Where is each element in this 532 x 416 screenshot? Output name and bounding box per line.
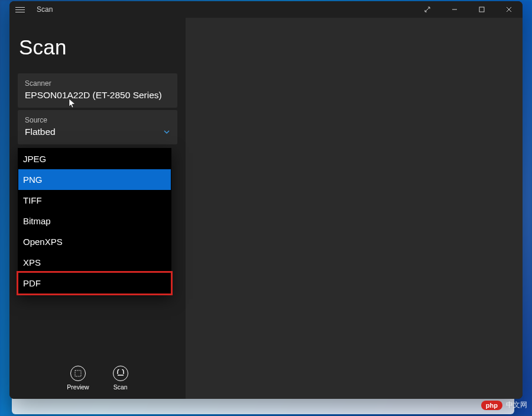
svg-rect-0	[479, 7, 484, 12]
source-field[interactable]: Source Flatbed	[18, 110, 177, 144]
scan-icon	[113, 366, 128, 381]
close-button[interactable]	[495, 1, 523, 18]
titlebar: Scan	[9, 1, 523, 18]
preview-icon	[70, 366, 86, 381]
chevron-down-icon	[163, 128, 170, 136]
scan-preview-area	[186, 18, 523, 399]
watermark-badge: php	[481, 401, 502, 410]
filetype-option-xps[interactable]: XPS	[18, 252, 171, 273]
preview-label: Preview	[67, 383, 89, 391]
filetype-option-jpeg[interactable]: JPEG	[18, 149, 171, 169]
scan-label: Scan	[113, 383, 128, 391]
minimize-button[interactable]	[441, 1, 468, 18]
scan-app-window: Scan Scan Scanner EPSON01A22D (ET-2	[9, 1, 523, 399]
filetype-option-openxps[interactable]: OpenXPS	[18, 231, 171, 252]
watermark: php 中文网	[481, 400, 527, 410]
scanner-label: Scanner	[25, 79, 170, 88]
scanner-value: EPSON01A22D (ET-2850 Series)	[25, 90, 162, 101]
svg-rect-1	[75, 370, 81, 376]
source-label: Source	[25, 116, 170, 124]
filetype-option-bitmap[interactable]: Bitmap	[18, 211, 171, 231]
settings-side-panel: Scan Scanner EPSON01A22D (ET-2850 Series…	[9, 18, 186, 399]
maximize-button[interactable]	[468, 1, 495, 18]
filetype-option-tiff[interactable]: TIFF	[18, 190, 171, 211]
filetype-option-png[interactable]: PNG	[18, 169, 171, 190]
preview-button[interactable]: Preview	[67, 366, 89, 391]
window-title: Scan	[37, 5, 53, 14]
menu-hamburger-icon[interactable]	[14, 4, 26, 15]
scanner-field[interactable]: Scanner EPSON01A22D (ET-2850 Series)	[18, 73, 177, 108]
source-value: Flatbed	[25, 127, 56, 137]
watermark-text: 中文网	[506, 400, 527, 410]
page-title: Scan	[19, 36, 177, 59]
filetype-dropdown: JPEG PNG TIFF Bitmap OpenXPS XPS PDF	[18, 148, 171, 294]
filetype-option-pdf[interactable]: PDF	[18, 273, 171, 294]
diagonal-resize-icon[interactable]	[414, 1, 441, 18]
scan-button[interactable]: Scan	[113, 366, 128, 391]
